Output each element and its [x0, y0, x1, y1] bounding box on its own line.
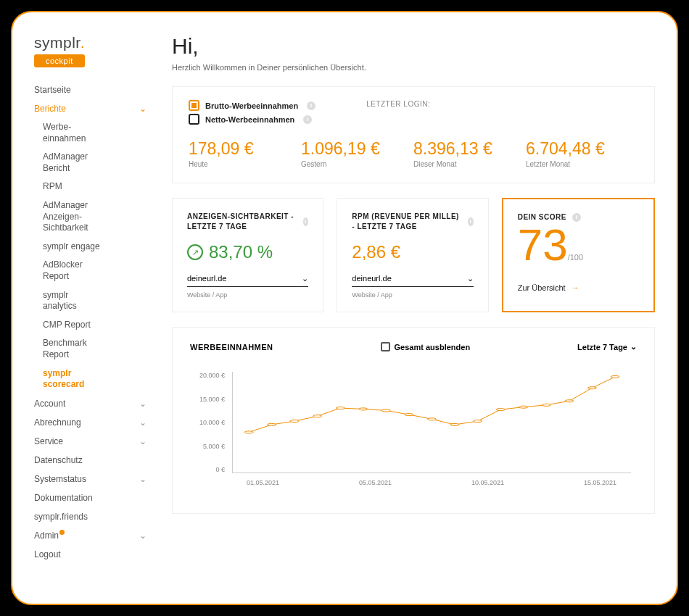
netto-toggle[interactable]: Netto-Werbeeinnahmen i — [189, 114, 315, 125]
nav: Startseite Berichte⌄ Werbe- einnahmen Ad… — [34, 80, 147, 564]
nav-berichte[interactable]: Berichte⌄ — [34, 99, 147, 118]
svg-point-6 — [381, 409, 390, 412]
checkbox-checked-icon — [189, 100, 199, 111]
nav-scorecard[interactable]: symplr scorecard — [43, 365, 147, 394]
nav-dokumentation[interactable]: Dokumentation — [34, 488, 147, 507]
chevron-down-icon: ⌄ — [139, 436, 147, 446]
nav-service[interactable]: Service⌄ — [34, 432, 147, 451]
info-icon[interactable]: i — [303, 217, 309, 226]
svg-point-0 — [244, 431, 253, 433]
card-title: ANZEIGEN-SICHTBARKEIT - LETZTE 7 TAGEi — [187, 212, 308, 232]
nav-startseite[interactable]: Startseite — [34, 80, 147, 99]
svg-point-14 — [565, 400, 574, 402]
nav-anzeigen-sichtbarkeit[interactable]: AdManager Anzeigen- Sichtbarkeit — [43, 196, 147, 238]
checkbox-unchecked-icon — [189, 114, 199, 125]
nav-adblocker[interactable]: AdBlocker Report — [43, 256, 147, 286]
line-chart-svg — [233, 372, 631, 473]
score-overview-link[interactable]: Zur Übersicht→ — [518, 283, 639, 292]
nav-engage[interactable]: symplr engage — [43, 238, 147, 257]
sichtbarkeit-value: ↗ 83,70 % — [187, 242, 308, 262]
cockpit-badge: cockpit — [34, 54, 85, 67]
website-select[interactable]: deineurl.de⌄ — [352, 274, 473, 287]
svg-point-10 — [474, 420, 482, 423]
chart-period-select[interactable]: Letzte 7 Tage⌄ — [577, 342, 637, 351]
chevron-down-icon: ⌄ — [139, 530, 147, 541]
chevron-down-icon: ⌄ — [467, 274, 474, 283]
chevron-down-icon: ⌄ — [139, 104, 147, 114]
stat-monat: 8.396,13 € Dieser Monat — [413, 139, 526, 168]
chevron-down-icon: ⌄ — [139, 399, 147, 409]
info-icon[interactable]: i — [572, 213, 581, 222]
nav-admin[interactable]: Admin⌄ — [34, 526, 147, 545]
chevron-down-icon: ⌄ — [139, 417, 147, 428]
sichtbarkeit-card: ANZEIGEN-SICHTBARKEIT - LETZTE 7 TAGEi ↗… — [172, 198, 323, 312]
svg-point-4 — [336, 407, 344, 409]
stat-heute: 178,09 € Heute — [189, 139, 301, 168]
chevron-down-icon: ⌄ — [630, 342, 637, 351]
website-select[interactable]: deineurl.de⌄ — [187, 274, 308, 287]
chevron-down-icon: ⌄ — [139, 474, 147, 484]
chart-title: WERBEEINNAHMEN — [190, 343, 273, 351]
svg-point-8 — [427, 418, 436, 420]
arrow-up-icon: ↗ — [187, 244, 203, 260]
rpm-value: 2,86 € — [352, 242, 473, 262]
page-title: Hi, — [172, 34, 655, 59]
svg-point-15 — [587, 387, 596, 389]
checkbox-unchecked-icon — [381, 342, 390, 351]
page-subtitle: Herzlich Willkommen in Deiner persönlich… — [172, 63, 655, 72]
arrow-right-icon: → — [572, 283, 579, 292]
nav-account[interactable]: Account⌄ — [34, 394, 147, 413]
nav-datenschutz[interactable]: Datenschutz — [34, 451, 147, 470]
chart-plot: 20.000 €15.000 €10.000 €5.000 €0 € 01.05… — [190, 372, 637, 499]
svg-point-1 — [267, 423, 276, 425]
nav-cmp[interactable]: CMP Report — [43, 316, 147, 335]
select-sublabel: Website / App — [352, 291, 473, 299]
last-login-label: LETZTER LOGIN: — [366, 100, 430, 128]
nav-systemstatus[interactable]: Systemstatus⌄ — [34, 470, 147, 488]
nav-friends[interactable]: symplr.friends — [34, 507, 147, 526]
svg-point-9 — [450, 423, 459, 425]
card-title: RPM (REVENUE PER MILLE) - LETZTE 7 TAGEi — [352, 212, 473, 232]
logo-text: symplr. — [34, 34, 147, 51]
svg-point-5 — [359, 408, 368, 410]
nav-abrechnung[interactable]: Abrechnung⌄ — [34, 413, 147, 432]
x-axis-labels: 01.05.202105.05.202110.05.202115.05.2021 — [232, 479, 631, 486]
nav-berichte-sub: Werbe- einnahmen AdManager Bericht RPM A… — [34, 118, 147, 394]
nav-werbeeinnahmen[interactable]: Werbe- einnahmen — [43, 118, 147, 148]
stat-letzter-monat: 6.704,48 € Letzter Monat — [526, 139, 638, 168]
main: Hi, Herzlich Willkommen in Deiner persön… — [147, 34, 655, 604]
info-icon[interactable]: i — [307, 101, 315, 110]
chart-card: WERBEEINNAHMEN Gesamt ausblenden Letzte … — [172, 327, 655, 514]
svg-point-11 — [496, 409, 505, 411]
rpm-card: RPM (REVENUE PER MILLE) - LETZTE 7 TAGEi… — [337, 198, 488, 312]
notification-dot-icon — [59, 530, 65, 535]
select-sublabel: Website / App — [187, 291, 308, 299]
nav-rpm[interactable]: RPM — [43, 178, 147, 196]
svg-point-2 — [290, 420, 299, 423]
info-icon[interactable]: i — [303, 115, 312, 124]
svg-point-3 — [313, 415, 322, 417]
revenue-type-toggle: Brutto-Werbeeinnahmen i Netto-Werbeeinna… — [189, 100, 315, 128]
nav-admanager-bericht[interactable]: AdManager Bericht — [43, 148, 147, 178]
sidebar: symplr. cockpit Startseite Berichte⌄ Wer… — [34, 34, 147, 604]
y-axis-labels: 20.000 €15.000 €10.000 €5.000 €0 € — [190, 372, 225, 473]
score-value: 73/100 — [518, 222, 639, 267]
nav-benchmark[interactable]: Benchmark Report — [43, 334, 147, 364]
svg-point-7 — [405, 414, 413, 416]
nav-analytics[interactable]: symplr analytics — [43, 286, 147, 316]
svg-point-13 — [542, 404, 550, 406]
score-card: DEIN SCOREi 73/100 Zur Übersicht→ — [502, 198, 655, 312]
summary-card: Brutto-Werbeeinnahmen i Netto-Werbeeinna… — [172, 86, 655, 183]
chevron-down-icon: ⌄ — [302, 274, 308, 283]
svg-point-12 — [519, 406, 528, 408]
logo: symplr. cockpit — [34, 34, 147, 67]
svg-point-16 — [611, 375, 619, 378]
info-icon[interactable]: i — [468, 217, 474, 226]
stats-row: 178,09 € Heute 1.096,19 € Gestern 8.396,… — [189, 139, 638, 168]
chart-hide-total[interactable]: Gesamt ausblenden — [381, 342, 471, 351]
nav-logout[interactable]: Logout — [34, 545, 147, 564]
stat-gestern: 1.096,19 € Gestern — [301, 139, 413, 168]
brutto-toggle[interactable]: Brutto-Werbeeinnahmen i — [189, 100, 315, 111]
